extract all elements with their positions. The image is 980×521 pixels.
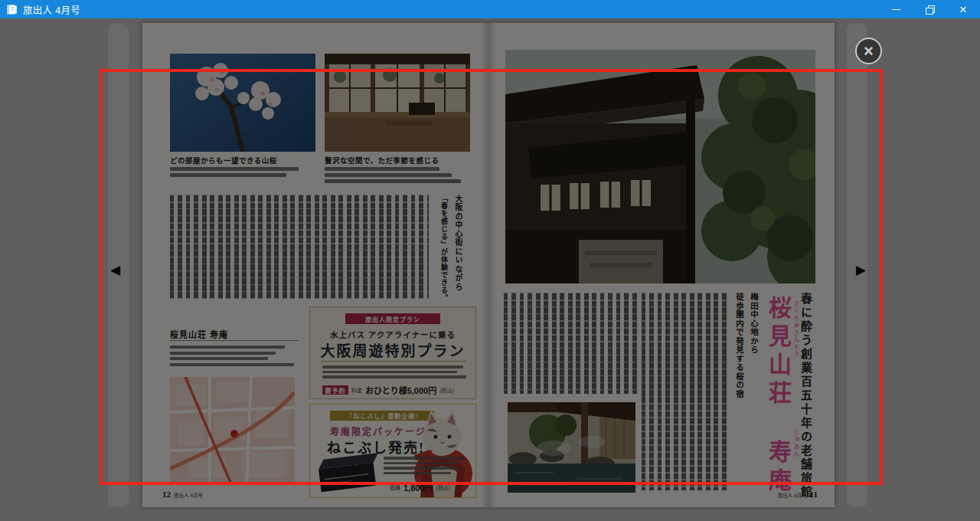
access-map [170,377,295,484]
body-text-columns-left [504,293,637,394]
headline-line-1: 大阪の中心街にいながら [451,195,466,316]
package-price: 1,800円 [403,481,433,493]
package-promo-box: 「ねこぶし」連動企画! 寿庵限定パッケージ ねこぶし発売!! [309,404,476,498]
left-page-footer: 12 旅出人 4月号 [162,490,203,499]
minimize-button[interactable] [879,0,913,18]
magazine-spread: どの部屋からも一望できる山桜 贅沢な空間で、ただ季節を感じる 大阪の中心街にいな… [142,23,835,507]
restore-icon [926,5,933,13]
left-page: どの部屋からも一望できる山桜 贅沢な空間で、ただ季節を感じる 大阪の中心街にいな… [142,23,488,507]
window-close-icon: × [959,3,967,16]
next-page-arrow[interactable]: ▶ [856,262,866,278]
cherry-blossom-photo [170,54,315,152]
photo-caption-1-detail [170,167,299,179]
photo-caption-1: どの部屋からも一望できる山桜 [170,155,277,165]
right-footer-issue: 旅出人 4月号 [778,491,807,499]
plan-price-row: 要予約 料金 おひとり様5,000円 (税込) [322,384,454,396]
package-details [384,457,465,477]
plan-price-label: 料金 [351,386,362,394]
package-price-label: 価格 [390,483,400,491]
inn-info-name: 桜見山荘 寿庵 [170,328,228,340]
right-page-footer: 旅出人 4月号 11 [778,490,818,499]
reader-content: ◀ ▶ [0,18,980,521]
rubric-line-1: 梅田中心地から [746,293,761,408]
guest-room-photo [325,54,470,152]
package-price-note: (税込) [436,483,451,491]
window-title: 旅出人 4月号 [23,2,80,17]
plan-title: 大阪周遊特別プラン [310,339,475,360]
body-text-columns [170,195,429,299]
ryokan-exterior-photo [505,50,815,283]
restore-button[interactable] [913,0,946,18]
rubric-line-2: 徒歩圏内で発見する桜の宿 [732,293,746,408]
inn-info-rule [170,340,299,341]
right-page-number: 11 [810,490,818,499]
right-page: 梅田中心地から 徒歩圏内で発見する桜の宿 桜見山荘 寿庵 さくらみさんそう じゅ… [488,23,835,507]
plan-badge: 旅出人限定プラン [345,313,440,324]
page-headline: 大阪の中心街にいながら 「春を感じる」が体験できる。 [436,195,466,316]
book-icon [6,4,18,15]
plan-price-note: (税込) [439,386,454,394]
plan-promo-box: 旅出人限定プラン 水上バス アクアライナーに乗る 大阪周遊特別プラン 要予約 料… [309,306,476,399]
inn-title: 桜見山荘 寿庵 [761,296,795,521]
plan-lead: 水上バス アクアライナーに乗る [310,329,475,340]
window-titlebar: 旅出人 4月号 × [0,0,980,18]
inn-info-details [170,346,294,369]
feature-heading: 春に酔う創業百五十年の老舗旅館 [798,293,814,504]
body-text-columns-right [642,293,729,490]
headline-line-2: 「春を感じる」が体験できる。 [436,195,451,316]
onsen-photo [508,402,635,493]
rubric: 梅田中心地から 徒歩圏内で発見する桜の宿 [732,293,761,408]
plan-reserve-badge: 要予約 [322,385,348,395]
viewer-close-button[interactable]: × [855,38,882,64]
photo-caption-2: 贅沢な空間で、ただ季節を感じる [325,155,439,165]
plan-details [322,365,466,381]
plan-price: おひとり様5,000円 [365,384,436,396]
plan-rule [321,361,466,362]
photo-caption-2-detail [325,167,461,185]
left-page-number: 12 [162,490,171,499]
window-close-button[interactable]: × [946,0,980,18]
minimize-icon [892,9,900,10]
package-product-photo [315,451,381,495]
prev-page-arrow[interactable]: ◀ [110,262,120,278]
left-footer-issue: 旅出人 4月号 [174,491,203,499]
package-price-row: 価格 1,800円 (税込) [390,481,450,493]
